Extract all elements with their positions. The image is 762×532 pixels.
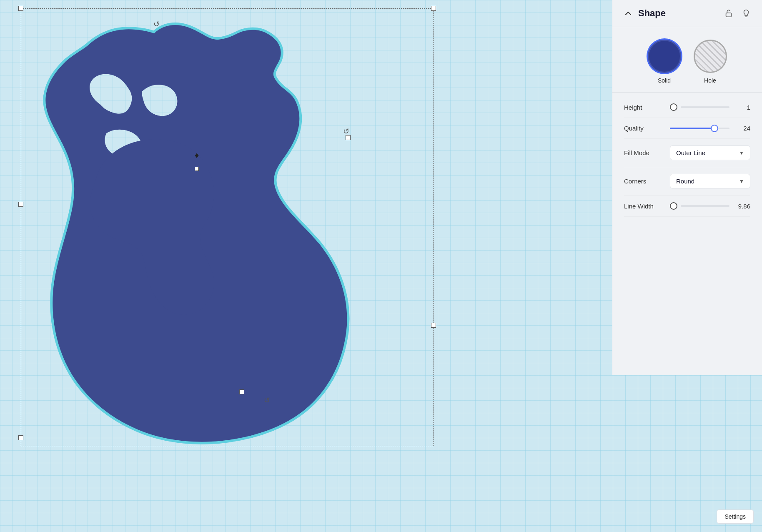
quality-control: [670, 128, 729, 129]
lightbulb-icon[interactable]: [740, 8, 752, 19]
quality-slider-fill: [670, 128, 714, 129]
fill-mode-arrow: ▼: [739, 150, 744, 156]
quality-row: Quality 24: [624, 118, 750, 139]
handle-bl[interactable]: [18, 435, 23, 440]
line-width-label: Line Width: [624, 203, 666, 210]
quality-label: Quality: [624, 125, 666, 132]
line-width-value: 9.86: [734, 203, 750, 210]
shape-types: Solid Hole: [612, 27, 762, 92]
hole-icon: [694, 40, 727, 73]
handle-tr[interactable]: [431, 6, 436, 11]
quality-slider-track[interactable]: [670, 128, 729, 129]
hole-label: Hole: [704, 77, 716, 84]
rotate-handle-br[interactable]: ↺: [264, 396, 270, 405]
fill-mode-value: Outer Line: [676, 149, 705, 156]
panel-header-icons: [723, 8, 752, 19]
corners-arrow: ▼: [739, 178, 744, 184]
shape-svg: [0, 0, 459, 532]
settings-button[interactable]: Settings: [717, 509, 754, 524]
height-slider-track[interactable]: [681, 106, 729, 108]
height-value: 1: [734, 104, 750, 111]
quality-value: 24: [734, 125, 750, 132]
lock-icon[interactable]: [723, 8, 734, 19]
right-panel: Shape Solid Hole: [612, 0, 762, 375]
svg-rect-0: [726, 13, 732, 17]
handle-bm[interactable]: [239, 389, 244, 394]
line-width-control: [670, 202, 729, 210]
corners-dropdown[interactable]: Round ▼: [670, 174, 750, 188]
quality-slider-thumb[interactable]: [711, 125, 718, 132]
panel-header-left: Shape: [622, 8, 666, 19]
solid-label: Solid: [658, 77, 671, 84]
rotate-handle-tr[interactable]: ↺: [153, 20, 160, 29]
panel-header: Shape: [612, 0, 762, 27]
height-control: [670, 103, 729, 111]
fill-mode-row: Fill Mode Outer Line ▼: [624, 139, 750, 167]
height-slider-thumb[interactable]: [670, 103, 677, 111]
center-move-icon[interactable]: ♦: [195, 151, 199, 160]
handle-tl[interactable]: [18, 6, 23, 11]
line-width-slider-thumb[interactable]: [670, 202, 677, 210]
solid-shape-button[interactable]: Solid: [648, 40, 681, 84]
corners-value: Round: [676, 178, 694, 185]
height-label: Height: [624, 104, 666, 111]
hole-shape-button[interactable]: Hole: [694, 40, 727, 84]
height-row: Height 1: [624, 97, 750, 118]
panel-title: Shape: [638, 8, 666, 19]
fill-mode-label: Fill Mode: [624, 149, 666, 156]
handle-ml[interactable]: [18, 202, 23, 207]
line-width-slider-track[interactable]: [681, 205, 729, 207]
fill-mode-dropdown[interactable]: Outer Line ▼: [670, 146, 750, 160]
properties-panel: Height 1 Quality 24 Fill Mode Outer Line: [612, 93, 762, 221]
line-width-row: Line Width 9.86: [624, 196, 750, 217]
corners-row: Corners Round ▼: [624, 167, 750, 196]
solid-icon: [648, 40, 681, 73]
corners-label: Corners: [624, 178, 666, 185]
collapse-button[interactable]: [622, 8, 634, 19]
center-square: [195, 167, 199, 171]
rotate-handle-mr[interactable]: ↺: [343, 127, 349, 136]
handle-br[interactable]: [431, 323, 436, 328]
